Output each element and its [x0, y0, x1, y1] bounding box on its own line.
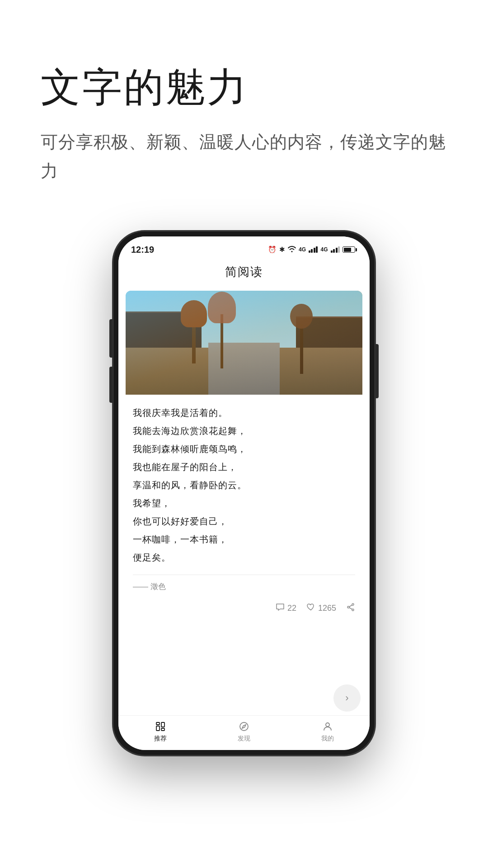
next-btn-wrapper: ›	[118, 680, 370, 715]
poem-line-9: 便足矣。	[133, 548, 355, 566]
comment-icon	[276, 603, 285, 613]
poem-line-1: 我很庆幸我是活着的。	[133, 404, 355, 422]
bottom-nav: 推荐 发现	[118, 715, 370, 750]
share-icon	[346, 603, 355, 614]
app-header: 简阅读	[118, 259, 370, 287]
discover-icon	[238, 720, 250, 733]
top-section: 文字的魅力 可分享积极、新颖、温暖人心的内容，传递文字的魅力	[0, 0, 488, 213]
poem-line-6: 我希望，	[133, 494, 355, 512]
poem-line-7: 你也可以好好爱自己，	[133, 512, 355, 530]
poem-line-4: 我也能在屋子的阳台上，	[133, 458, 355, 476]
status-bar: 12:19 ⏰ ✱ 4G 4G	[118, 236, 370, 259]
nav-item-recommend[interactable]: 推荐	[154, 720, 167, 743]
bluetooth-icon: ✱	[279, 245, 285, 254]
page-subtitle: 可分享积极、新颖、温暖人心的内容，传递文字的魅力	[41, 127, 447, 186]
svg-line-4	[349, 608, 352, 609]
nav-label-discover: 发现	[238, 735, 250, 743]
status-time: 12:19	[131, 245, 154, 255]
svg-rect-8	[161, 728, 164, 731]
phone-wrapper: 12:19 ⏰ ✱ 4G 4G	[0, 213, 488, 755]
wifi-icon	[288, 246, 296, 254]
signal1-label: 4G	[299, 246, 306, 253]
recommend-icon	[154, 720, 167, 733]
profile-icon	[321, 720, 334, 733]
signal2-label: 4G	[320, 246, 328, 253]
nav-item-discover[interactable]: 发现	[238, 720, 250, 743]
svg-point-2	[347, 606, 349, 608]
app-content: 我很庆幸我是活着的。 我能去海边欣赏浪花起舞， 我能到森林倾听鹿颂鸟鸣， 我也能…	[118, 287, 370, 680]
battery-icon	[343, 246, 357, 253]
svg-point-0	[352, 604, 354, 605]
card-image	[126, 291, 362, 395]
phone-outer: 12:19 ⏰ ✱ 4G 4G	[113, 231, 375, 755]
card-footer: 22 1265	[126, 598, 362, 620]
likes-count: 1265	[318, 604, 336, 613]
app-title: 简阅读	[225, 265, 263, 278]
svg-rect-7	[161, 722, 164, 727]
signal1-bars	[309, 246, 318, 253]
svg-point-1	[352, 609, 354, 611]
nav-label-recommend: 推荐	[154, 735, 167, 743]
svg-rect-6	[156, 726, 160, 731]
card-poem: 我很庆幸我是活着的。 我能去海边欣赏浪花起舞， 我能到森林倾听鹿颂鸟鸣， 我也能…	[133, 404, 355, 566]
nav-label-profile: 我的	[321, 735, 334, 743]
poem-line-2: 我能去海边欣赏浪花起舞，	[133, 422, 355, 440]
comments-stat[interactable]: 22	[276, 603, 296, 613]
content-card: 我很庆幸我是活着的。 我能去海边欣赏浪花起舞， 我能到森林倾听鹿颂鸟鸣， 我也能…	[126, 291, 362, 620]
poem-line-8: 一杯咖啡，一本书籍，	[133, 530, 355, 548]
next-button[interactable]: ›	[333, 684, 361, 712]
author-name: —— 澂色	[133, 581, 166, 592]
svg-rect-5	[156, 722, 160, 725]
status-icons: ⏰ ✱ 4G 4G	[268, 245, 357, 254]
heart-icon	[306, 603, 315, 613]
signal2-bars	[331, 246, 340, 253]
share-stat[interactable]	[346, 603, 355, 614]
nav-item-profile[interactable]: 我的	[321, 720, 334, 743]
svg-point-9	[240, 722, 248, 731]
svg-line-3	[349, 605, 352, 607]
poem-line-5: 享温和的风，看静卧的云。	[133, 476, 355, 494]
svg-point-10	[326, 723, 329, 726]
card-author: —— 澂色	[133, 575, 355, 592]
poem-line-3: 我能到森林倾听鹿颂鸟鸣，	[133, 440, 355, 458]
page-title: 文字的魅力	[41, 63, 447, 111]
phone-screen: 12:19 ⏰ ✱ 4G 4G	[118, 236, 370, 750]
likes-stat[interactable]: 1265	[306, 603, 336, 613]
alarm-icon: ⏰	[268, 245, 277, 254]
comments-count: 22	[287, 604, 296, 613]
card-body: 我很庆幸我是活着的。 我能去海边欣赏浪花起舞， 我能到森林倾听鹿颂鸟鸣， 我也能…	[126, 395, 362, 598]
